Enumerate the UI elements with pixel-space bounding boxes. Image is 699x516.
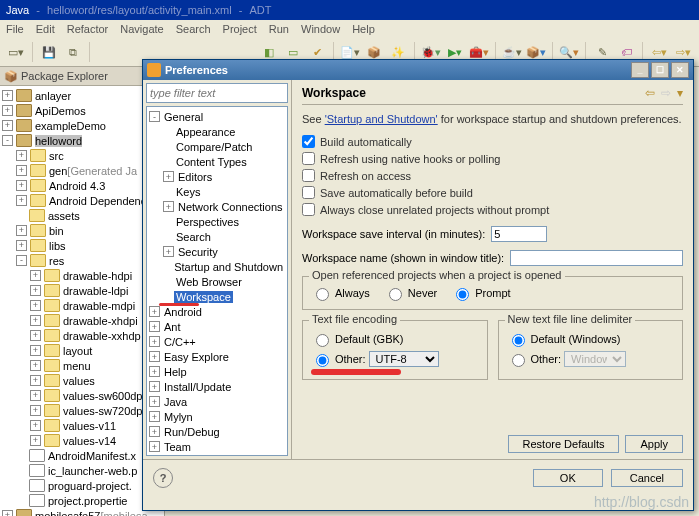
delim-other-select[interactable]: Windows	[564, 351, 626, 367]
pref-node[interactable]: +Install/Update	[149, 379, 285, 394]
tree-node[interactable]: +gen [Generated Ja	[2, 163, 162, 178]
pref-node[interactable]: +Ant	[149, 319, 285, 334]
refresh-access-checkbox[interactable]	[302, 169, 315, 182]
pref-node[interactable]: +Network Connections	[149, 199, 285, 214]
tree-node[interactable]: +menu	[2, 358, 162, 373]
save-before-checkbox[interactable]	[302, 186, 315, 199]
menu-help[interactable]: Help	[352, 23, 375, 35]
tree-node[interactable]: +values	[2, 373, 162, 388]
tree-node[interactable]: +values-v11	[2, 418, 162, 433]
pref-node[interactable]: Content Types	[149, 154, 285, 169]
tree-node[interactable]: +drawable-hdpi	[2, 268, 162, 283]
tree-node[interactable]: +libs	[2, 238, 162, 253]
menu-edit[interactable]: Edit	[36, 23, 55, 35]
menu-run[interactable]: Run	[269, 23, 289, 35]
tree-node[interactable]: assets	[2, 208, 162, 223]
delim-default-radio[interactable]	[512, 334, 525, 347]
title-path: helloword/res/layout/activity_main.xml	[47, 4, 232, 16]
tree-node[interactable]: -res	[2, 253, 162, 268]
tree-node[interactable]: +drawable-ldpi	[2, 283, 162, 298]
filter-input[interactable]	[146, 83, 288, 103]
save-icon[interactable]: 💾	[39, 42, 59, 62]
new-icon[interactable]: ▭▾	[6, 42, 26, 62]
tree-node[interactable]: +Android Dependenc	[2, 193, 162, 208]
apply-button[interactable]: Apply	[625, 435, 683, 453]
enc-other-radio[interactable]	[316, 354, 329, 367]
delim-other-radio[interactable]	[512, 354, 525, 367]
minimize-button[interactable]: _	[631, 62, 649, 78]
open-always-radio[interactable]	[316, 288, 329, 301]
enc-other-select[interactable]: UTF-8	[369, 351, 439, 367]
forward-arrow-icon[interactable]: ⇨	[661, 86, 671, 100]
dialog-title: Preferences	[165, 64, 228, 76]
tree-node[interactable]: +drawable-xxhdp	[2, 328, 162, 343]
tree-node[interactable]: +bin	[2, 223, 162, 238]
tree-node[interactable]: ic_launcher-web.p	[2, 463, 162, 478]
workspace-name-input[interactable]	[510, 250, 683, 266]
menu-project[interactable]: Project	[223, 23, 257, 35]
pref-node[interactable]: Validation	[149, 454, 285, 456]
pref-node[interactable]: +Run/Debug	[149, 424, 285, 439]
tree-node[interactable]: proguard-project.	[2, 478, 162, 493]
cancel-button[interactable]: Cancel	[611, 469, 683, 487]
close-button[interactable]: ✕	[671, 62, 689, 78]
restore-defaults-button[interactable]: Restore Defaults	[508, 435, 620, 453]
package-explorer-tree[interactable]: +anlayer+ApiDemos+exampleDemo-helloword+…	[0, 86, 164, 516]
menu-window[interactable]: Window	[301, 23, 340, 35]
tree-node[interactable]: project.propertie	[2, 493, 162, 508]
save-interval-input[interactable]	[491, 226, 547, 242]
tree-node[interactable]: +Android 4.3	[2, 178, 162, 193]
pref-node[interactable]: Keys	[149, 184, 285, 199]
menu-file[interactable]: File	[6, 23, 24, 35]
open-never-radio[interactable]	[389, 288, 402, 301]
menu-search[interactable]: Search	[176, 23, 211, 35]
saveall-icon[interactable]: ⧉	[63, 42, 83, 62]
tree-node[interactable]: +values-sw600dp	[2, 388, 162, 403]
pref-node[interactable]: Workspace	[149, 289, 285, 304]
pref-node[interactable]: +Easy Explore	[149, 349, 285, 364]
pref-node[interactable]: +Security	[149, 244, 285, 259]
tree-node[interactable]: +drawable-xhdpi	[2, 313, 162, 328]
pref-node[interactable]: Web Browser	[149, 274, 285, 289]
pref-node[interactable]: +C/C++	[149, 334, 285, 349]
menu-refactor[interactable]: Refactor	[67, 23, 109, 35]
menu-arrow-icon[interactable]: ▾	[677, 86, 683, 100]
pref-node[interactable]: -General	[149, 109, 285, 124]
tree-node[interactable]: -helloword	[2, 133, 162, 148]
tree-node[interactable]: +ApiDemos	[2, 103, 162, 118]
pref-node[interactable]: Compare/Patch	[149, 139, 285, 154]
build-auto-checkbox[interactable]	[302, 135, 315, 148]
tree-node[interactable]: +layout	[2, 343, 162, 358]
pref-node[interactable]: +Help	[149, 364, 285, 379]
tree-node[interactable]: +mobilesafe57 [mobilesa	[2, 508, 162, 516]
pref-node[interactable]: +Android	[149, 304, 285, 319]
startup-link[interactable]: 'Startup and Shutdown'	[325, 113, 438, 125]
back-arrow-icon[interactable]: ⇦	[645, 86, 655, 100]
pref-node[interactable]: Perspectives	[149, 214, 285, 229]
tree-node[interactable]: AndroidManifest.x	[2, 448, 162, 463]
help-icon[interactable]: ?	[153, 468, 173, 488]
pref-node[interactable]: Search	[149, 229, 285, 244]
menu-navigate[interactable]: Navigate	[120, 23, 163, 35]
tree-node[interactable]: +src	[2, 148, 162, 163]
tree-node[interactable]: +values-sw720dp	[2, 403, 162, 418]
maximize-button[interactable]: ☐	[651, 62, 669, 78]
enc-default-radio[interactable]	[316, 334, 329, 347]
pref-node[interactable]: +Mylyn	[149, 409, 285, 424]
preferences-tree[interactable]: -GeneralAppearanceCompare/PatchContent T…	[146, 106, 288, 456]
tree-node[interactable]: +drawable-mdpi	[2, 298, 162, 313]
refresh-native-checkbox[interactable]	[302, 152, 315, 165]
pref-node[interactable]: +Team	[149, 439, 285, 454]
pref-node[interactable]: Startup and Shutdown	[149, 259, 285, 274]
open-prompt-radio[interactable]	[456, 288, 469, 301]
app-titlebar: Java - helloword/res/layout/activity_mai…	[0, 0, 699, 20]
tree-node[interactable]: +exampleDemo	[2, 118, 162, 133]
ok-button[interactable]: OK	[533, 469, 603, 487]
close-unrelated-checkbox[interactable]	[302, 203, 315, 216]
pref-node[interactable]: +Editors	[149, 169, 285, 184]
pref-node[interactable]: Appearance	[149, 124, 285, 139]
tree-node[interactable]: +anlayer	[2, 88, 162, 103]
encoding-group: Text file encoding Default (GBK) Other: …	[302, 320, 488, 380]
pref-node[interactable]: +Java	[149, 394, 285, 409]
tree-node[interactable]: +values-v14	[2, 433, 162, 448]
